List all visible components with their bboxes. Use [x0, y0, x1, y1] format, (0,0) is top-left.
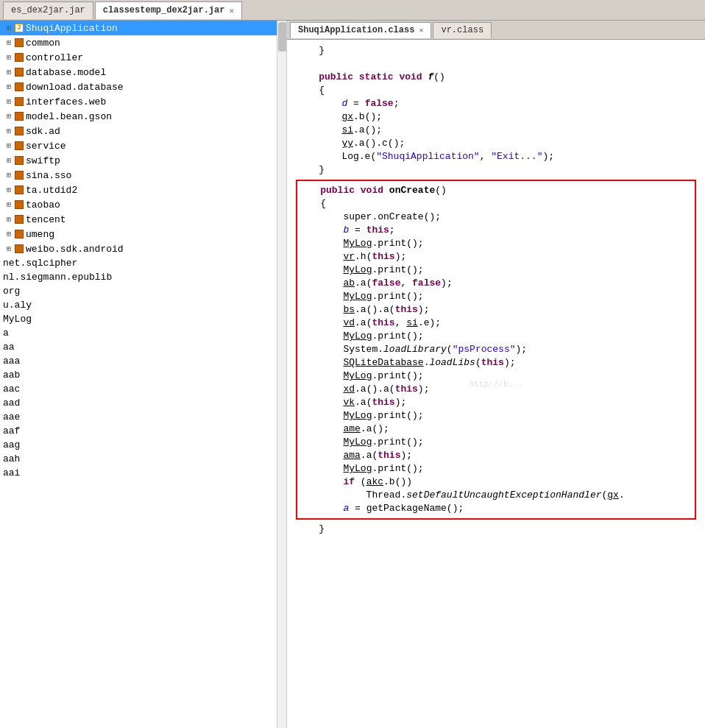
- pkg-icon-model: [15, 112, 24, 121]
- tree-item-ta[interactable]: ⊞ ta.utdid2: [0, 183, 286, 197]
- tree-item-net[interactable]: net.sqlcipher: [0, 256, 286, 270]
- pkg-icon-weibo: [15, 244, 24, 253]
- code-line: MyLog.print();: [297, 462, 695, 476]
- tree-item-tencent[interactable]: ⊞ tencent: [0, 212, 286, 227]
- code-line: Log.e("ShuqiApplication", "Exit...");: [296, 150, 696, 163]
- code-line: a = getPackageName();: [297, 502, 695, 515]
- code-line: ama.a(this);: [297, 449, 695, 462]
- tree-label-aah: aah: [3, 453, 20, 464]
- tree-item-controller[interactable]: ⊞ controller: [0, 50, 286, 65]
- tree-item-a[interactable]: a: [0, 326, 286, 340]
- editor-tab-bar: ShuqiApplication.class ✕ vr.class: [287, 21, 705, 40]
- code-line: vr.h(this);: [297, 250, 695, 264]
- expand-icon-ta: ⊞: [3, 184, 15, 196]
- tree-item-umeng[interactable]: ⊞ umeng: [0, 227, 286, 241]
- code-line: gx.b();: [296, 110, 696, 124]
- tree-item-service[interactable]: ⊞ service: [0, 138, 286, 153]
- tree-label-aai: aai: [3, 467, 20, 478]
- tree-item-sina[interactable]: ⊞ sina.sso: [0, 168, 286, 183]
- tab-label-2: classestemp_dex2jar.jar: [103, 5, 225, 15]
- tree-item-aac[interactable]: aac: [0, 382, 286, 396]
- tab-dex2jar2[interactable]: classestemp_dex2jar.jar ✕: [95, 1, 242, 19]
- tree-label-aag: aag: [3, 439, 20, 450]
- pkg-icon-controller: [15, 53, 24, 62]
- pkg-box-tencent: [15, 215, 24, 224]
- tree-item-aae[interactable]: aae: [0, 410, 286, 424]
- pkg-box-database: [15, 68, 24, 77]
- pkg-box-weibo: [15, 244, 24, 253]
- editor-tab-vr[interactable]: vr.class: [433, 22, 492, 38]
- j-icon-shuqi: J: [15, 24, 24, 32]
- pkg-box-taobao: [15, 200, 24, 209]
- code-line: super.onCreate();: [297, 211, 695, 224]
- tree-item-ualy[interactable]: u.aly: [0, 298, 286, 312]
- pkg-icon-umeng: [15, 230, 24, 238]
- close-editor-tab-icon[interactable]: ✕: [419, 26, 423, 35]
- tree-item-common[interactable]: ⊞ common: [0, 35, 286, 50]
- pkg-box-service: [15, 141, 24, 150]
- tree-item-sdk[interactable]: ⊞ sdk.ad: [0, 124, 286, 138]
- code-editor[interactable]: http://b... } public static void f() { d…: [287, 40, 705, 728]
- expand-icon-weibo: ⊞: [3, 243, 15, 255]
- tree-item-aab[interactable]: aab: [0, 368, 286, 382]
- expand-icon-model: ⊞: [3, 110, 15, 122]
- tree-item-aaf[interactable]: aaf: [0, 424, 286, 438]
- tree-label-aab: aab: [3, 370, 20, 381]
- expand-icon-tencent: ⊞: [3, 213, 15, 225]
- pkg-box-ta: [15, 185, 24, 194]
- tree-scrollbar[interactable]: [277, 21, 286, 728]
- tree-label-ualy: u.aly: [3, 300, 32, 311]
- code-line: ab.a(false, false);: [297, 277, 695, 290]
- tab-label-1: es_dex2jar.jar: [11, 5, 85, 15]
- tree-item-aa[interactable]: aa: [0, 340, 286, 354]
- code-line: {: [297, 197, 695, 211]
- main-area: ⊞ J ShuqiApplication ⊞ common ⊞ controll…: [0, 21, 705, 728]
- tree-item-database[interactable]: ⊞ database.model: [0, 65, 286, 79]
- code-line: vd.a(this, si.e);: [297, 317, 695, 330]
- pkg-icon-sdk: [15, 127, 24, 135]
- pkg-box-swiftp: [15, 156, 24, 165]
- expand-icon-shuqi: ⊞: [3, 22, 15, 34]
- pkg-box-download: [15, 82, 24, 91]
- close-tab-2-icon[interactable]: ✕: [229, 6, 234, 15]
- tree-item-swiftp[interactable]: ⊞ swiftp: [0, 153, 286, 168]
- tree-item-nl[interactable]: nl.siegmann.epublib: [0, 270, 286, 284]
- code-line: MyLog.print();: [297, 264, 695, 277]
- tree-label-swiftp: swiftp: [26, 155, 60, 166]
- pkg-box-umeng: [15, 230, 24, 238]
- tree-item-aai[interactable]: aai: [0, 466, 286, 480]
- tree-item-interfaces[interactable]: ⊞ interfaces.web: [0, 94, 286, 109]
- tree-item-aag[interactable]: aag: [0, 438, 286, 452]
- code-line: bs.a().a(this);: [297, 303, 695, 317]
- tree-label-service: service: [26, 141, 66, 152]
- tree-panel: ⊞ J ShuqiApplication ⊞ common ⊞ controll…: [0, 21, 287, 728]
- tree-item-download[interactable]: ⊞ download.database: [0, 79, 286, 94]
- tree-item-taobao[interactable]: ⊞ taobao: [0, 197, 286, 212]
- class-j-badge: J: [15, 24, 24, 32]
- expand-icon-umeng: ⊞: [3, 228, 15, 240]
- code-section-top: } public static void f() { d = false; gx…: [296, 44, 696, 177]
- code-line: d = false;: [296, 97, 696, 110]
- tree-label-tencent: tencent: [26, 214, 66, 225]
- tree-item-model[interactable]: ⊞ model.bean.gson: [0, 109, 286, 124]
- expand-icon-common: ⊞: [3, 37, 15, 49]
- tree-item-mylog[interactable]: MyLog: [0, 312, 286, 326]
- tree-label-taobao: taobao: [26, 199, 60, 211]
- code-line: MyLog.print();: [297, 237, 695, 250]
- scrollbar-thumb[interactable]: [278, 22, 286, 52]
- code-line: b = this;: [297, 224, 695, 237]
- tree-item-aad[interactable]: aad: [0, 396, 286, 410]
- code-line: vk.a(this);: [297, 396, 695, 409]
- tab-dex2jar1[interactable]: es_dex2jar.jar: [3, 1, 93, 19]
- code-line: }: [296, 523, 696, 536]
- pkg-box-common: [15, 38, 24, 47]
- pkg-icon-sina: [15, 171, 24, 180]
- tree-item-shuqiapplication[interactable]: ⊞ J ShuqiApplication: [0, 21, 286, 35]
- tree-label-aaf: aaf: [3, 425, 20, 437]
- tree-item-aaa[interactable]: aaa: [0, 354, 286, 368]
- tree-item-aah[interactable]: aah: [0, 452, 286, 466]
- tree-item-weibo[interactable]: ⊞ weibo.sdk.android: [0, 241, 286, 256]
- tree-label-aad: aad: [3, 397, 20, 409]
- editor-tab-shuqi[interactable]: ShuqiApplication.class ✕: [290, 22, 431, 38]
- tree-item-org[interactable]: org: [0, 284, 286, 298]
